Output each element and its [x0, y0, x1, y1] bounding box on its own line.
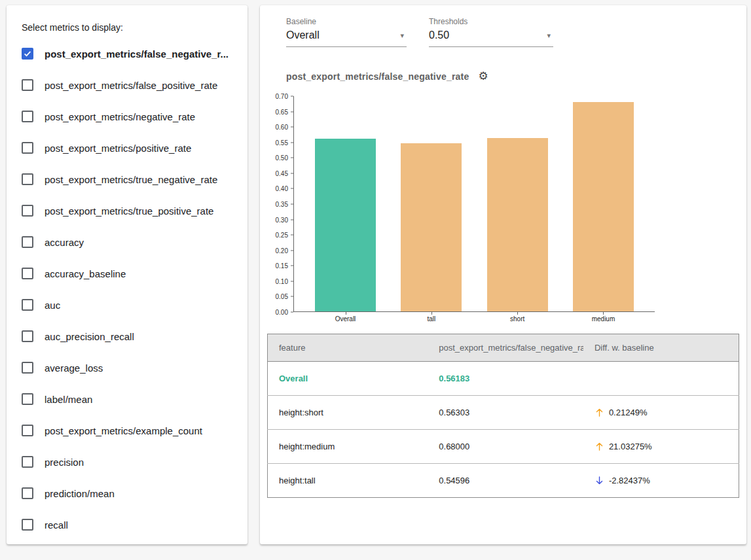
- table-row[interactable]: height:short0.563030.21249%: [268, 396, 739, 430]
- checkbox-unchecked-icon[interactable]: [22, 79, 33, 91]
- metric-label: recall: [45, 519, 68, 531]
- checkbox-checked-icon[interactable]: [22, 48, 33, 60]
- metric-checkbox-item[interactable]: auc: [22, 289, 240, 321]
- diff-cell: [583, 362, 739, 396]
- metric-label: post_export_metrics/false_negative_r...: [45, 48, 229, 60]
- table-row[interactable]: Overall0.56183: [268, 362, 739, 396]
- x-axis-label: tall: [386, 315, 477, 323]
- metric-label: label/mean: [45, 394, 92, 405]
- checkbox-unchecked-icon[interactable]: [22, 268, 33, 279]
- checkbox-unchecked-icon[interactable]: [22, 236, 33, 248]
- y-axis-tick-label: 0.45: [276, 169, 288, 177]
- metric-checkbox-item[interactable]: post_export_metrics/true_negative_rate: [22, 164, 240, 195]
- bar-overall[interactable]: [315, 139, 376, 311]
- y-axis-tick-label: 0.40: [276, 185, 288, 192]
- metric-checkbox-item[interactable]: average_loss: [22, 352, 240, 383]
- feature-cell: height:medium: [268, 430, 428, 464]
- metric-label: accuracy_baseline: [45, 268, 126, 279]
- y-axis-tick-label: 0.55: [276, 139, 288, 146]
- x-axis-tick-mark: [603, 312, 604, 315]
- bar-tall[interactable]: [401, 143, 462, 311]
- metric-checkbox-item[interactable]: prediction/mean: [22, 478, 240, 509]
- diff-cell: 0.21249%: [583, 396, 739, 430]
- checkbox-unchecked-icon[interactable]: [22, 330, 33, 342]
- x-axis-tick-mark: [346, 312, 346, 315]
- checkbox-unchecked-icon[interactable]: [22, 362, 33, 374]
- bar-short[interactable]: [487, 138, 548, 311]
- thresholds-label: Thresholds: [429, 17, 553, 26]
- diff-percentage: 21.03275%: [609, 442, 652, 451]
- checkbox-unchecked-icon[interactable]: [22, 299, 33, 311]
- thresholds-select[interactable]: 0.50 ▾: [429, 26, 553, 47]
- metric-value-cell: 0.56303: [428, 396, 583, 430]
- gear-icon[interactable]: ⚙: [478, 71, 488, 82]
- checkbox-unchecked-icon[interactable]: [22, 519, 33, 531]
- checkbox-unchecked-icon[interactable]: [22, 425, 33, 436]
- y-axis-tick-label: 0.25: [276, 232, 288, 239]
- chevron-down-icon: ▾: [547, 32, 551, 39]
- metric-label: average_loss: [45, 362, 103, 374]
- metric-value-cell: 0.54596: [428, 464, 583, 498]
- feature-cell: height:tall: [268, 464, 428, 498]
- bar-medium[interactable]: [573, 102, 634, 311]
- metric-checkbox-item[interactable]: post_export_metrics/positive_rate: [22, 132, 240, 164]
- bar-slot: short: [487, 96, 548, 311]
- y-axis-tick-label: 0.65: [276, 108, 288, 115]
- baseline-control: Baseline Overall ▾: [286, 17, 407, 47]
- metrics-table: feature post_export_metrics/false_negati…: [267, 334, 739, 498]
- metric-label: post_export_metrics/positive_rate: [45, 143, 191, 154]
- table-row[interactable]: height:medium0.6800021.03275%: [268, 430, 739, 464]
- metric-checkbox-item[interactable]: accuracy_baseline: [22, 258, 240, 289]
- metric-checkbox-item[interactable]: auc_precision_recall: [22, 321, 240, 352]
- header-diff-baseline: Diff. w. baseline: [583, 334, 739, 362]
- metric-checkbox-item[interactable]: post_export_metrics/true_positive_rate: [22, 195, 240, 226]
- metric-checkbox-item[interactable]: post_export_metrics/example_count: [22, 415, 240, 446]
- chart-title: post_export_metrics/false_negative_rate: [286, 71, 469, 82]
- diff-value: 0.21249%: [595, 407, 738, 418]
- y-axis-tick-label: 0.35: [276, 201, 288, 208]
- diff-value: 21.03275%: [595, 441, 738, 452]
- checkbox-unchecked-icon[interactable]: [22, 456, 33, 468]
- checkbox-unchecked-icon[interactable]: [22, 111, 33, 122]
- checkbox-unchecked-icon[interactable]: [22, 173, 33, 185]
- metric-label: accuracy: [45, 237, 84, 248]
- metric-value-cell: 0.68000: [428, 430, 583, 464]
- plot-area: Overalltallshortmedium: [293, 96, 655, 312]
- bar-slot: medium: [573, 96, 634, 311]
- metric-checkbox-item[interactable]: label/mean: [22, 383, 240, 415]
- diff-value: -2.82437%: [595, 475, 738, 486]
- metric-checkbox-item[interactable]: precision: [22, 446, 240, 478]
- metric-label: post_export_metrics/true_positive_rate: [45, 205, 213, 217]
- metric-checkbox-item[interactable]: post_export_metrics/false_positive_rate: [22, 69, 240, 101]
- checkbox-unchecked-icon[interactable]: [22, 205, 33, 217]
- y-axis-tick-label: 0.50: [276, 154, 288, 162]
- diff-percentage: -2.82437%: [609, 476, 650, 485]
- y-axis: 0.000.050.100.150.200.250.300.350.400.45…: [267, 96, 293, 312]
- checkbox-unchecked-icon[interactable]: [22, 142, 33, 154]
- bar-chart: 0.000.050.100.150.200.250.300.350.400.45…: [267, 96, 746, 312]
- x-axis-label: medium: [558, 315, 650, 323]
- table-row[interactable]: height:tall0.54596-2.82437%: [268, 464, 739, 498]
- y-axis-tick-label: 0.00: [276, 309, 288, 316]
- metric-label: precision: [45, 457, 84, 468]
- metric-label: prediction/mean: [45, 488, 115, 499]
- metric-checkbox-item[interactable]: accuracy: [22, 226, 240, 258]
- checkbox-unchecked-icon[interactable]: [22, 487, 33, 499]
- baseline-select[interactable]: Overall ▾: [286, 26, 407, 47]
- baseline-selected-value: Overall: [286, 29, 320, 41]
- x-axis-tick-mark: [517, 312, 518, 315]
- arrow-up-icon: [595, 407, 604, 418]
- x-axis-label: short: [471, 315, 563, 323]
- main-panel: Baseline Overall ▾ Thresholds 0.50 ▾ pos…: [260, 5, 746, 544]
- baseline-label: Baseline: [286, 17, 407, 26]
- checkbox-unchecked-icon[interactable]: [22, 393, 33, 405]
- diff-cell: -2.82437%: [583, 464, 739, 498]
- metric-label: post_export_metrics/negative_rate: [45, 111, 195, 122]
- metric-checkbox-item[interactable]: post_export_metrics/false_negative_r...: [22, 38, 240, 69]
- y-axis-tick-label: 0.30: [276, 216, 288, 223]
- metric-value-cell: 0.56183: [428, 362, 583, 396]
- fairness-indicators-app: Select metrics to display: post_export_m…: [0, 0, 751, 550]
- feature-cell: Overall: [268, 362, 428, 396]
- metric-checkbox-item[interactable]: post_export_metrics/negative_rate: [22, 101, 240, 132]
- metric-checkbox-item[interactable]: recall: [22, 509, 240, 540]
